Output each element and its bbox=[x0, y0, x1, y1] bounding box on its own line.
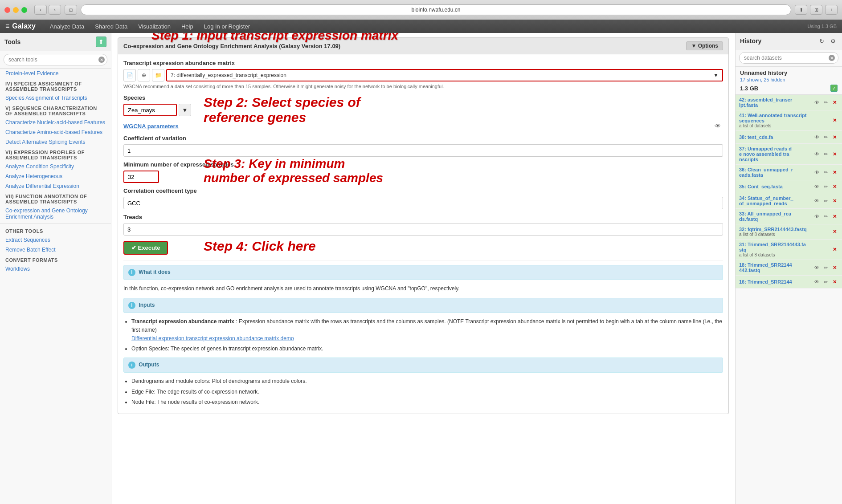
history-eye-42[interactable]: 👁 bbox=[813, 98, 821, 106]
file-copy-btn[interactable]: ⊕ bbox=[138, 69, 150, 81]
sidebar-item-nucleic-acid[interactable]: Characterize Nucleic-acid-based Features bbox=[0, 118, 111, 127]
menu-login[interactable]: Log In or Register bbox=[199, 20, 255, 33]
history-item-35-name[interactable]: 35: Cont_seq.fasta bbox=[739, 184, 811, 189]
history-eye-36[interactable]: 👁 bbox=[813, 168, 821, 176]
options-button[interactable]: ▼ Options bbox=[686, 41, 723, 50]
history-eye-37[interactable]: 👁 bbox=[813, 150, 821, 158]
maximize-button[interactable] bbox=[21, 7, 27, 13]
history-delete-35[interactable]: ✕ bbox=[830, 183, 838, 191]
sidebar-item-batch-effect[interactable]: Remove Batch Effect bbox=[0, 245, 111, 255]
execute-button[interactable]: ✔ Execute bbox=[123, 241, 168, 255]
history-edit-33[interactable]: ✏ bbox=[822, 212, 830, 220]
history-edit-36[interactable]: ✏ bbox=[822, 168, 830, 176]
history-item-34-name[interactable]: 34: Status_of_number_of_unmapped_reads bbox=[739, 195, 811, 206]
nav-buttons: ‹ › bbox=[34, 5, 61, 15]
history-delete-38[interactable]: ✕ bbox=[830, 133, 838, 141]
share-button[interactable]: ⬆ bbox=[795, 5, 807, 15]
history-item-33-label: 33: All_unmapped_reads.fastq bbox=[739, 211, 811, 222]
history-edit-18[interactable]: ✏ bbox=[822, 264, 830, 272]
min-samples-input[interactable] bbox=[123, 171, 159, 183]
forward-button[interactable]: › bbox=[49, 5, 61, 15]
correlation-input[interactable] bbox=[123, 197, 723, 209]
sidebar-item-condition-specificity[interactable]: Analyze Condition Specificity bbox=[0, 162, 111, 171]
demo-link[interactable]: Differential expression transcript expre… bbox=[131, 335, 294, 341]
sidebar-item-extract[interactable]: Extract Sequences bbox=[0, 235, 111, 245]
history-item-31-sub: a list of 8 datasets bbox=[739, 252, 829, 257]
history-edit-35[interactable]: ✏ bbox=[822, 183, 830, 191]
history-delete-36[interactable]: ✕ bbox=[830, 168, 838, 176]
file-browse-btn[interactable]: 📄 bbox=[123, 69, 136, 81]
sidebar-item-species-assignment[interactable]: Species Assignment of Transcripts bbox=[0, 93, 111, 103]
menu-visualization[interactable]: Visualization bbox=[133, 20, 176, 33]
history-edit-38[interactable]: ✏ bbox=[822, 133, 830, 141]
input-item-1: Transcript expression abundance matrix :… bbox=[131, 317, 723, 343]
menu-shared-data[interactable]: Shared Data bbox=[90, 20, 133, 33]
history-item-32-name[interactable]: 32: fqtrim_SRR2144443.fastq bbox=[739, 227, 829, 232]
history-delete-42[interactable]: ✕ bbox=[830, 98, 838, 106]
history-shown-link[interactable]: 17 shown, 25 hidden bbox=[740, 77, 785, 82]
history-eye-33[interactable]: 👁 bbox=[813, 212, 821, 220]
history-item-41-name[interactable]: 41: Well-annotated transcript sequences bbox=[739, 113, 829, 123]
history-delete-31[interactable]: ✕ bbox=[830, 246, 838, 254]
history-delete-34[interactable]: ✕ bbox=[830, 197, 838, 205]
sidebar-item-workflows[interactable]: Workflows bbox=[0, 264, 111, 274]
search-clear-icon[interactable]: ✕ bbox=[98, 57, 105, 63]
history-item-33-name[interactable]: 33: All_unmapped_reads.fastq bbox=[739, 211, 811, 222]
eye-icon[interactable]: 👁 bbox=[712, 121, 723, 131]
history-eye-16[interactable]: 👁 bbox=[813, 278, 821, 286]
history-edit-37[interactable]: ✏ bbox=[822, 150, 830, 158]
url-bar[interactable]: bioinfo.nwafu.edu.cn bbox=[81, 4, 791, 15]
history-edit-42[interactable]: ✏ bbox=[822, 98, 830, 106]
close-button[interactable] bbox=[4, 7, 10, 13]
species-input[interactable] bbox=[123, 104, 177, 116]
menu-help[interactable]: Help bbox=[176, 20, 199, 33]
history-search-clear[interactable]: ✕ bbox=[829, 55, 835, 61]
history-item-36-name[interactable]: 36: Clean_unmapped_reads.fasta bbox=[739, 167, 811, 178]
sidebar-toggle[interactable]: ⊡ bbox=[65, 5, 77, 15]
history-item-31-actions: ✕ bbox=[830, 246, 838, 254]
add-button[interactable]: + bbox=[825, 5, 838, 15]
sidebar-item-differential-expression[interactable]: Analyze Differential Expression bbox=[0, 181, 111, 191]
sidebar-item-alt-splicing[interactable]: Detect Alternative Splicing Events bbox=[0, 137, 111, 147]
sidebar-item-protein-level[interactable]: Protein-level Evidence bbox=[0, 69, 111, 78]
search-input[interactable] bbox=[4, 54, 107, 65]
input-item-2-text: Option Species: The species of genes in … bbox=[131, 345, 323, 352]
history-refresh-icon[interactable]: ↻ bbox=[817, 37, 826, 45]
file-select-dropdown[interactable]: 7: differentially_expressed_transcript_e… bbox=[166, 69, 723, 81]
menu-analyze-data[interactable]: Analyze Data bbox=[45, 20, 90, 33]
history-gear-icon[interactable]: ⚙ bbox=[829, 37, 838, 45]
history-item-31-name[interactable]: 31: Trimmed_SRR2144443.fastq bbox=[739, 242, 829, 252]
history-delete-41[interactable]: ✕ bbox=[830, 117, 838, 125]
wgcna-title[interactable]: WGCNA parameters bbox=[123, 123, 179, 130]
history-item-42-name[interactable]: 42: assembled_transcript.fasta bbox=[739, 97, 811, 108]
history-check-icon[interactable]: ✓ bbox=[830, 85, 838, 92]
back-button[interactable]: ‹ bbox=[34, 5, 47, 15]
history-edit-16[interactable]: ✏ bbox=[822, 278, 830, 286]
history-delete-16[interactable]: ✕ bbox=[830, 278, 838, 286]
history-eye-38[interactable]: 👁 bbox=[813, 133, 821, 141]
treads-input[interactable] bbox=[123, 223, 723, 236]
history-search-input[interactable] bbox=[739, 52, 838, 64]
history-item-18-name[interactable]: 18: Trimmed_SRR2144442.fastq bbox=[739, 262, 811, 273]
history-delete-32[interactable]: ✕ bbox=[830, 228, 838, 236]
history-delete-37[interactable]: ✕ bbox=[830, 150, 838, 158]
history-edit-34[interactable]: ✏ bbox=[822, 197, 830, 205]
new-tab-button[interactable]: ⊞ bbox=[810, 5, 822, 15]
file-folder-btn[interactable]: 📁 bbox=[152, 69, 164, 81]
history-item-37-name[interactable]: 37: Unmapped reads de novo assembled tra… bbox=[739, 146, 811, 162]
history-item-41: 41: Well-annotated transcript sequences … bbox=[736, 110, 842, 131]
sidebar-item-amino-acid[interactable]: Characterize Amino-acid-based Features bbox=[0, 127, 111, 137]
history-eye-18[interactable]: 👁 bbox=[813, 264, 821, 272]
sidebar-item-coexpression[interactable]: Co-expression and Gene Ontology Enrichme… bbox=[0, 206, 111, 222]
sidebar-item-heterogeneous[interactable]: Analyze Heterogeneous bbox=[0, 171, 111, 181]
history-eye-35[interactable]: 👁 bbox=[813, 183, 821, 191]
history-item-16-name[interactable]: 16: Trimmed_SRR2144 bbox=[739, 279, 811, 285]
history-delete-18[interactable]: ✕ bbox=[830, 264, 838, 272]
species-dropdown-btn[interactable]: ▼ bbox=[179, 104, 191, 116]
history-item-38-name[interactable]: 38: test_cds.fa bbox=[739, 134, 811, 140]
upload-button[interactable]: ⬆ bbox=[96, 37, 106, 47]
coefficient-input[interactable] bbox=[123, 144, 723, 157]
minimize-button[interactable] bbox=[13, 7, 19, 13]
history-eye-34[interactable]: 👁 bbox=[813, 197, 821, 205]
history-delete-33[interactable]: ✕ bbox=[830, 212, 838, 220]
